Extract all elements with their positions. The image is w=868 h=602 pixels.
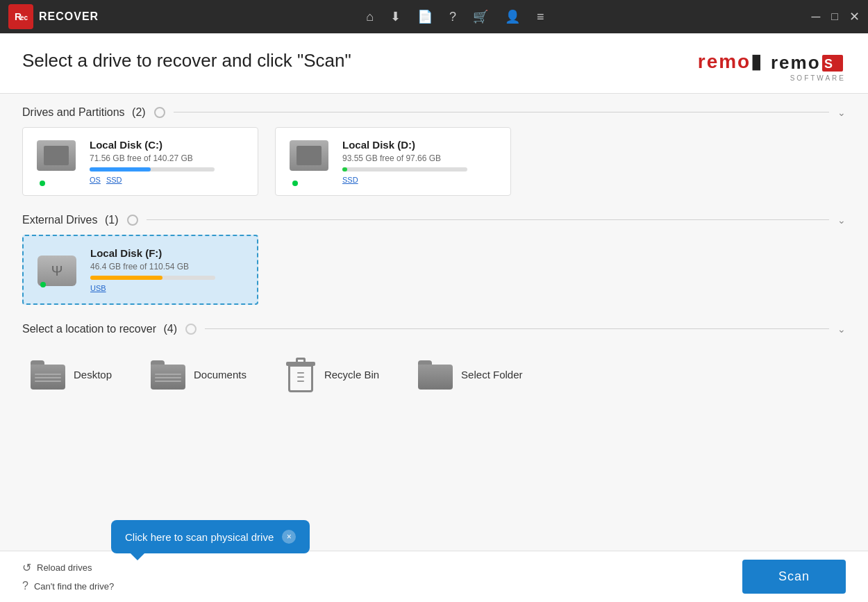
drive-card-c[interactable]: Local Disk (C:) 71.56 GB free of 140.27 …: [22, 127, 258, 196]
external-section-line: [147, 219, 830, 220]
drive-f-icon: Ψ: [37, 250, 79, 289]
drive-f-bar-fill: [90, 276, 162, 280]
external-spinner: [127, 215, 138, 226]
question-icon: ?: [22, 580, 28, 592]
reload-icon: ↺: [22, 561, 31, 574]
cant-find-item[interactable]: ? Can't find the drive?: [22, 580, 114, 592]
remo-software-text: SOFTWARE: [790, 74, 846, 82]
drive-c-bar-bg: [90, 167, 215, 172]
remo-logo: remo▮ remo S SOFTWARE: [698, 50, 846, 82]
location-section-title: Select a location to recover (4): [22, 323, 177, 335]
location-section-line: [205, 328, 829, 329]
location-desktop[interactable]: Desktop: [22, 352, 120, 398]
drive-c-light: [40, 181, 45, 186]
drive-f-space: 46.4 GB free of 110.54 GB: [90, 262, 243, 271]
recycle-bin-icon: [285, 358, 316, 392]
scan-button[interactable]: Scan: [742, 560, 846, 594]
recycle-bin-label: Recycle Bin: [324, 369, 379, 381]
svg-rect-12: [306, 154, 309, 155]
select-folder-label: Select Folder: [461, 369, 522, 381]
drives-section-line: [174, 112, 829, 112]
svg-rect-7: [52, 153, 60, 158]
drives-section-title: Drives and Partitions (2): [22, 106, 146, 119]
page-header: Select a drive to recover and click "Sca…: [0, 33, 868, 94]
location-recycle-bin[interactable]: Recycle Bin: [277, 352, 387, 398]
desktop-label: Desktop: [74, 369, 112, 381]
drive-f-tags: USB: [90, 284, 243, 292]
svg-rect-9: [53, 156, 56, 156]
user-icon[interactable]: 👤: [505, 9, 520, 24]
cart-icon[interactable]: 🛒: [473, 9, 488, 24]
drive-d-tag-ssd[interactable]: SSD: [342, 176, 358, 184]
location-grid: Desktop Documents: [22, 344, 846, 412]
drive-f-light: [40, 282, 46, 287]
home-icon[interactable]: ⌂: [366, 10, 374, 24]
scan-tooltip: Click here to scan physical drive ×: [111, 520, 310, 553]
drive-card-f[interactable]: Ψ Local Disk (F:) 46.4 GB free of 110.54…: [22, 235, 258, 305]
drive-c-tag-ssd[interactable]: SSD: [106, 176, 122, 184]
reload-label: Reload drives: [37, 562, 92, 573]
logo-icon: R ec: [8, 4, 33, 29]
drive-c-tag-os[interactable]: OS: [90, 176, 101, 184]
bottombar-left: ↺ Reload drives ? Can't find the drive?: [22, 561, 114, 592]
drive-d-bar-fill: [342, 167, 347, 172]
drives-section-header: Drives and Partitions (2) ⌄: [22, 94, 846, 127]
main-content: Drives and Partitions (2) ⌄: [0, 94, 868, 551]
remo-logo-text: remo▮ remo S: [698, 50, 846, 74]
drive-c-bar-fill: [90, 167, 151, 172]
maximize-button[interactable]: □: [831, 10, 838, 23]
page-title: Select a drive to recover and click "Sca…: [22, 50, 351, 72]
drive-c-icon: [37, 140, 78, 182]
drive-d-light: [292, 181, 298, 186]
location-section-header: Select a location to recover (4) ⌄: [22, 310, 846, 344]
svg-text:S: S: [824, 57, 834, 71]
svg-rect-8: [53, 154, 56, 155]
close-button[interactable]: ✕: [849, 9, 860, 24]
drive-d-info: Local Disk (D:) 93.55 GB free of 97.66 G…: [342, 139, 496, 184]
drive-card-d[interactable]: Local Disk (D:) 93.55 GB free of 97.66 G…: [275, 127, 511, 196]
documents-label: Documents: [194, 369, 247, 381]
drive-d-bar-bg: [342, 167, 467, 172]
svg-text:remo: remo: [771, 52, 821, 73]
location-chevron-icon[interactable]: ⌄: [837, 324, 846, 335]
location-select-folder[interactable]: Select Folder: [410, 352, 531, 398]
drive-d-space: 93.55 GB free of 97.66 GB: [342, 153, 496, 163]
external-section-title: External Drives (1): [22, 214, 119, 226]
svg-rect-13: [306, 156, 309, 156]
drive-d-tags: SSD: [342, 176, 496, 184]
location-documents[interactable]: Documents: [142, 352, 255, 398]
drive-f-bar-bg: [90, 276, 215, 280]
drive-d-name: Local Disk (D:): [342, 139, 496, 151]
drive-c-space: 71.56 GB free of 140.27 GB: [90, 153, 244, 163]
drives-spinner: [154, 107, 165, 118]
minimize-button[interactable]: ─: [812, 10, 821, 24]
svg-rect-11: [305, 153, 313, 158]
titlebar: R ec RECOVER ⌂ ⬇ 📄 ? 🛒 👤 ≡ ─ □ ✕: [0, 0, 868, 33]
usb-symbol: Ψ: [51, 263, 63, 279]
app-logo: R ec RECOVER: [8, 4, 99, 29]
help-icon[interactable]: ?: [449, 10, 456, 24]
drive-c-info: Local Disk (C:) 71.56 GB free of 140.27 …: [90, 139, 244, 184]
drives-grid: Local Disk (C:) 71.56 GB free of 140.27 …: [22, 127, 846, 196]
file-icon[interactable]: 📄: [417, 9, 433, 24]
drives-chevron-icon[interactable]: ⌄: [837, 107, 846, 118]
drive-d-icon: [290, 140, 331, 182]
bottombar: ↺ Reload drives ? Can't find the drive? …: [0, 551, 868, 602]
drive-f-info: Local Disk (F:) 46.4 GB free of 110.54 G…: [90, 247, 243, 292]
menu-icon[interactable]: ≡: [537, 10, 544, 24]
app-title: RECOVER: [39, 10, 99, 23]
window-controls: ─ □ ✕: [812, 9, 860, 24]
drive-c-name: Local Disk (C:): [90, 139, 244, 151]
tooltip-close-button[interactable]: ×: [282, 530, 296, 544]
svg-rect-6: [51, 151, 62, 160]
drive-c-tags: OS SSD: [90, 176, 244, 184]
svg-text:ec: ec: [20, 14, 28, 22]
external-chevron-icon[interactable]: ⌄: [837, 215, 846, 226]
titlebar-nav: ⌂ ⬇ 📄 ? 🛒 👤 ≡: [366, 9, 544, 24]
external-section-header: External Drives (1) ⌄: [22, 201, 846, 235]
desktop-folder-icon: [31, 360, 65, 390]
reload-drives-item[interactable]: ↺ Reload drives: [22, 561, 114, 574]
download-icon[interactable]: ⬇: [390, 9, 401, 24]
location-spinner: [185, 324, 197, 335]
drive-f-tag-usb[interactable]: USB: [90, 284, 106, 292]
